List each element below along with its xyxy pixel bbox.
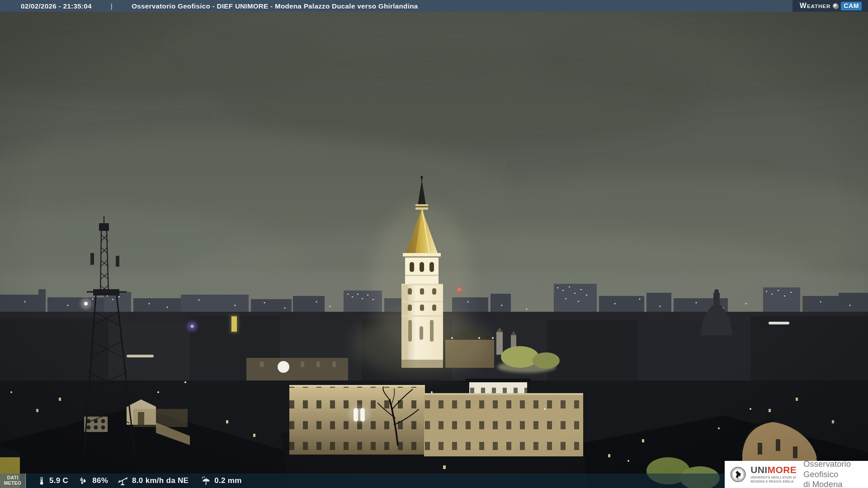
vignette-overlay: [0, 0, 868, 488]
humidity-drops-icon: [78, 476, 89, 486]
unimore-wordmark: UNIMORE: [750, 465, 797, 474]
unimore-brand: UNIMORE UNIVERSITÀ DEGLI STUDI DI MODENA…: [750, 465, 797, 484]
humidity-value: 86%: [92, 476, 108, 485]
weathercam-initial: W: [800, 2, 807, 10]
precipitation-value: 0.2 mm: [214, 476, 241, 485]
wind-reading: 8.0 km/h da NE: [117, 476, 189, 486]
weathercam-rest: EATHER: [807, 4, 830, 9]
dati-meteo-label: DATI METEO: [0, 474, 26, 488]
temperature-value: 5.9 C: [49, 476, 68, 485]
temperature-reading: 5.9 C: [37, 476, 68, 486]
thermometer-icon: [37, 476, 46, 486]
osd-top-bar: 02/02/2026 - 21:35:04 | Osservatorio Geo…: [0, 0, 868, 12]
unimore-subtitle-line1: UNIVERSITÀ DEGLI STUDI DI: [750, 476, 797, 480]
cam-badge: CAM: [841, 2, 862, 10]
humidity-reading: 86%: [78, 476, 108, 486]
webcam-scene: [0, 0, 868, 488]
meteo-line: METEO: [4, 481, 21, 486]
unimore-subtitle-line2: MODENA E REGGIO EMILIA: [750, 480, 797, 484]
unimore-subtitle: UNIVERSITÀ DEGLI STUDI DI MODENA E REGGI…: [750, 476, 797, 484]
weathercam-logo: WEATHER CAM: [793, 0, 868, 12]
unimore-seal-icon: [730, 464, 746, 485]
unimore-uni: UNI: [750, 465, 767, 475]
camera-lens-icon: [833, 3, 839, 9]
precipitation-reading: 0.2 mm: [200, 476, 241, 486]
webcam-view: 02/02/2026 - 21:35:04 | Osservatorio Geo…: [0, 0, 868, 488]
wind-vane-icon: [117, 476, 129, 486]
unimore-more: MORE: [768, 465, 797, 475]
timestamp: 02/02/2026 - 21:35:04: [21, 2, 92, 10]
weathercam-word: WEATHER: [800, 2, 831, 10]
wind-value: 8.0 km/h da NE: [132, 476, 189, 485]
separator: |: [111, 2, 113, 10]
observatory-name-line1: Osservatorio Geofisico: [803, 459, 868, 479]
observatory-name: Osservatorio Geofisico di Modena: [803, 459, 868, 488]
umbrella-rain-icon: [200, 476, 211, 486]
observatory-name-line2: di Modena: [803, 479, 868, 488]
page-title: Osservatorio Geofisico - DIEF UNIMORE - …: [132, 2, 418, 10]
unimore-banner: UNIMORE UNIVERSITÀ DEGLI STUDI DI MODENA…: [725, 461, 868, 488]
